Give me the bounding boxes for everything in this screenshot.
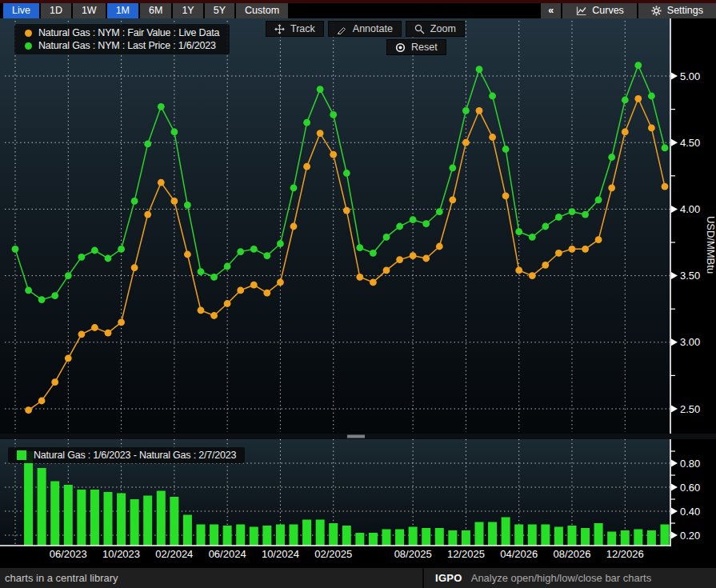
reset-label: Reset <box>411 42 438 53</box>
terminal-window: Live 1D 1W 1M 6M 1Y 5Y Custom « Curves <box>0 0 716 588</box>
tab-1d[interactable]: 1D <box>41 3 71 18</box>
last-price-series-marker <box>25 42 32 50</box>
spread-bar <box>474 522 483 546</box>
spread-bar <box>435 528 444 546</box>
svg-text:12/2026: 12/2026 <box>606 548 644 560</box>
tab-live[interactable]: Live <box>3 3 39 18</box>
tab-1m[interactable]: 1M <box>107 3 138 18</box>
curves-icon <box>575 6 586 16</box>
spread-bar <box>276 525 285 546</box>
zoom-button[interactable]: Zoom <box>406 21 465 37</box>
futures-curve-chart[interactable]: 06/202310/202302/202406/202410/202402/20… <box>0 18 716 568</box>
spread-bar <box>462 530 470 546</box>
zoom-label: Zoom <box>430 23 456 34</box>
settings-label: Settings <box>667 4 703 18</box>
spread-bar <box>38 468 46 546</box>
status-message: charts in a central library <box>0 572 422 584</box>
settings-button[interactable]: Settings <box>638 3 716 18</box>
spread-bar <box>488 522 497 546</box>
collapse-button[interactable]: « <box>541 3 561 18</box>
tab-6m[interactable]: 6M <box>140 3 171 18</box>
chart-toolbar: Track Annotate Zoom <box>266 21 465 37</box>
price-panel <box>0 18 670 434</box>
curves-button[interactable]: Curves <box>562 3 637 18</box>
status-bar: charts in a central library IGPO Analyze… <box>0 568 716 588</box>
svg-text:0.60: 0.60 <box>680 482 700 494</box>
annotate-button[interactable]: Annotate <box>328 21 402 37</box>
function-description: Analyze open/high/low/close bar charts <box>471 572 651 584</box>
spread-bar <box>581 528 590 546</box>
period-tab-bar: Live 1D 1W 1M 6M 1Y 5Y Custom « Curves <box>0 3 716 18</box>
svg-text:10/2023: 10/2023 <box>102 548 140 560</box>
svg-text:5.00: 5.00 <box>680 70 700 82</box>
curves-label: Curves <box>592 4 624 18</box>
spread-bar <box>329 523 338 546</box>
spread-bar <box>170 497 178 546</box>
spread-bar <box>422 528 430 546</box>
spread-bar <box>621 530 630 546</box>
spread-bar <box>103 492 112 546</box>
spread-bar <box>183 515 192 546</box>
svg-text:02/2025: 02/2025 <box>314 548 352 560</box>
tab-custom[interactable]: Custom <box>236 3 288 18</box>
function-code[interactable]: IGPO <box>435 572 462 584</box>
collapse-icon: « <box>548 4 554 18</box>
spread-bar <box>316 520 325 546</box>
svg-text:12/2025: 12/2025 <box>447 548 485 560</box>
svg-text:0.20: 0.20 <box>680 530 700 542</box>
spread-bar <box>369 533 378 546</box>
spread-bar <box>514 525 523 546</box>
spread-bar <box>395 530 404 546</box>
svg-text:06/2023: 06/2023 <box>50 548 87 560</box>
panel-divider-handle[interactable] <box>347 435 365 438</box>
spread-bar <box>157 491 166 546</box>
spread-bar <box>90 490 99 546</box>
svg-text:06/2024: 06/2024 <box>209 548 246 560</box>
spread-bar <box>647 530 656 546</box>
spread-bar <box>567 526 576 546</box>
chart-area: 06/202310/202302/202406/202410/202402/20… <box>0 18 716 568</box>
spread-bar <box>607 532 616 546</box>
svg-text:3.50: 3.50 <box>680 270 700 282</box>
fair-value-series-label: Natural Gas : NYM : Fair Value : Live Da… <box>38 27 219 38</box>
spread-bar <box>130 499 139 546</box>
tab-5y[interactable]: 5Y <box>205 3 234 18</box>
track-button[interactable]: Track <box>266 21 324 37</box>
svg-text:04/2026: 04/2026 <box>500 548 538 560</box>
spread-bar <box>541 525 550 546</box>
fair-value-series-marker <box>25 30 32 37</box>
main-chart-legend: Natural Gas : NYM : Fair Value : Live Da… <box>14 24 230 54</box>
svg-text:2.50: 2.50 <box>680 403 700 415</box>
gear-icon <box>651 6 662 16</box>
tab-1y[interactable]: 1Y <box>173 3 202 18</box>
svg-text:4.50: 4.50 <box>680 137 700 149</box>
svg-text:0.40: 0.40 <box>680 506 700 518</box>
spread-series-swatch <box>17 450 26 460</box>
spread-bar <box>50 482 59 546</box>
track-label: Track <box>290 23 315 34</box>
svg-text:4.00: 4.00 <box>680 203 700 215</box>
legend-row-fair-value: Natural Gas : NYM : Fair Value : Live Da… <box>18 26 226 39</box>
spread-chart-legend: Natural Gas : 1/6/2023 - Natural Gas : 2… <box>8 447 245 463</box>
spread-bar <box>289 525 298 546</box>
reset-button[interactable]: Reset <box>386 39 446 55</box>
svg-text:3.00: 3.00 <box>680 336 700 348</box>
spread-bar <box>143 496 152 546</box>
spread-bar <box>223 526 232 546</box>
window-controls: « Curves Sett <box>539 3 716 18</box>
spread-bar <box>634 530 642 546</box>
track-icon <box>274 24 285 34</box>
spread-series-label: Natural Gas : 1/6/2023 - Natural Gas : 2… <box>34 450 236 461</box>
spread-bar <box>554 527 563 546</box>
spread-bar <box>250 527 258 546</box>
spread-bar <box>262 526 271 546</box>
function-hint: IGPO Analyze open/high/low/close bar cha… <box>422 568 716 588</box>
spread-bar <box>594 523 603 546</box>
reset-icon <box>395 42 406 53</box>
annotate-label: Annotate <box>353 23 393 34</box>
tab-1w[interactable]: 1W <box>73 3 106 18</box>
x-axis-labels: 06/202310/202302/202406/202410/202402/20… <box>50 548 644 560</box>
spread-bar <box>448 530 457 546</box>
spread-bar <box>236 525 245 546</box>
svg-text:0.80: 0.80 <box>680 458 700 470</box>
